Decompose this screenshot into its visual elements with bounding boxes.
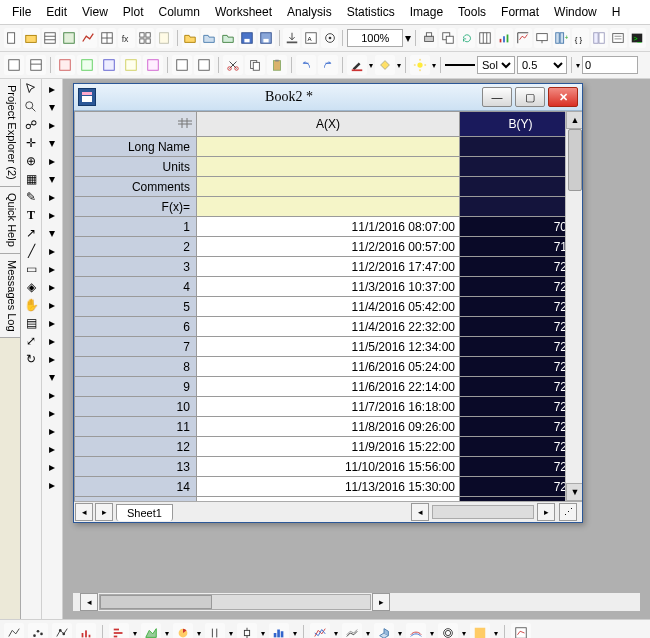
corner-cell[interactable] <box>75 112 197 137</box>
cell-a[interactable]: 11/4/2016 22:32:00 <box>196 317 459 337</box>
wks-a3[interactable] <box>99 55 119 75</box>
row-header[interactable]: 1 <box>75 217 197 237</box>
3d-surface-button[interactable] <box>406 623 426 638</box>
waterfall-plot-button[interactable] <box>342 623 362 638</box>
tool-c23[interactable]: ▸ <box>44 477 60 493</box>
menu-image[interactable]: Image <box>404 3 449 21</box>
row-header[interactable]: 5 <box>75 297 197 317</box>
cell-a[interactable]: 11/10/2016 15:56:00 <box>196 457 459 477</box>
cut-button[interactable] <box>223 55 243 75</box>
stock-plot-dropdown[interactable]: ▾ <box>229 629 233 638</box>
light-dropdown[interactable]: ▾ <box>432 61 436 70</box>
tab-nav-next[interactable]: ▸ <box>95 503 113 521</box>
copy-button[interactable] <box>245 55 265 75</box>
row-header[interactable]: 12 <box>75 437 197 457</box>
cell-b[interactable]: 72.3 <box>460 377 582 397</box>
maximize-button[interactable]: ▢ <box>515 87 545 107</box>
slide-show-button[interactable] <box>534 28 551 48</box>
bar-plot-dropdown[interactable]: ▾ <box>133 629 137 638</box>
tool-c8[interactable]: ▸ <box>44 207 60 223</box>
waterfall-dropdown[interactable]: ▾ <box>366 629 370 638</box>
line-color-dropdown[interactable]: ▾ <box>369 61 373 70</box>
cell-a[interactable]: 11/4/2016 05:42:00 <box>196 297 459 317</box>
menu-file[interactable]: File <box>6 3 37 21</box>
meta-cell-a[interactable] <box>196 177 459 197</box>
minimize-button[interactable]: — <box>482 87 512 107</box>
unit-dropdown[interactable]: ▾ <box>576 61 580 70</box>
wks-b1[interactable] <box>172 55 192 75</box>
mask-tool[interactable]: ▦ <box>23 171 39 187</box>
close-button[interactable]: ✕ <box>548 87 578 107</box>
cell-b[interactable]: 75.5 <box>460 497 582 502</box>
column-header-a[interactable]: A(X) <box>196 112 459 137</box>
zoom-dropdown-icon[interactable]: ▾ <box>405 31 411 45</box>
matrix-dropdown[interactable]: ▾ <box>494 629 498 638</box>
row-header[interactable]: 11 <box>75 417 197 437</box>
tool-c10[interactable]: ▸ <box>44 243 60 259</box>
wks-a5[interactable] <box>143 55 163 75</box>
open-excel-button[interactable] <box>220 28 237 48</box>
meta-cell-a[interactable] <box>196 157 459 177</box>
menu-format[interactable]: Format <box>495 3 545 21</box>
pointer-tool[interactable] <box>23 81 39 97</box>
row-header[interactable]: 13 <box>75 457 197 477</box>
cell-b[interactable]: 72.3 <box>460 397 582 417</box>
fill-color-dropdown[interactable]: ▾ <box>397 61 401 70</box>
wks-new-button[interactable] <box>4 55 24 75</box>
light-button[interactable] <box>410 55 430 75</box>
multi-y-dropdown[interactable]: ▾ <box>334 629 338 638</box>
zoom-in-tool[interactable] <box>23 99 39 115</box>
cell-b[interactable]: 72.3 <box>460 297 582 317</box>
explorer-button[interactable] <box>591 28 608 48</box>
refresh-button[interactable] <box>458 28 475 48</box>
rotate-tool[interactable]: ↻ <box>23 351 39 367</box>
cell-a[interactable]: 11/14/2016 08:20:00 <box>196 497 459 502</box>
scroll-thumb[interactable] <box>568 129 582 191</box>
duplicate-button[interactable] <box>439 28 456 48</box>
contour-plot-button[interactable] <box>438 623 458 638</box>
cell-b[interactable]: 72.3 <box>460 357 582 377</box>
wks-open-button[interactable] <box>26 55 46 75</box>
meta-row-header[interactable]: Long Name <box>75 137 197 157</box>
row-header[interactable]: 15 <box>75 497 197 502</box>
tool-c14[interactable]: ▸ <box>44 315 60 331</box>
cell-a[interactable]: 11/2/2016 00:57:00 <box>196 237 459 257</box>
3d-plot-button[interactable] <box>374 623 394 638</box>
tool-c1[interactable]: ▸ <box>44 81 60 97</box>
multi-y-plot-button[interactable] <box>310 623 330 638</box>
redo-button[interactable] <box>318 55 338 75</box>
new-matrix-button[interactable] <box>99 28 116 48</box>
row-header[interactable]: 3 <box>75 257 197 277</box>
tool-c2[interactable]: ▾ <box>44 99 60 115</box>
worksheet-grid[interactable]: A(X) B(Y) Long NameUnitsCommentsF(x)=111… <box>74 111 582 501</box>
line-symbol-plot-button[interactable] <box>52 623 72 638</box>
cell-a[interactable]: 11/6/2016 22:14:00 <box>196 377 459 397</box>
import-wizard-button[interactable] <box>283 28 300 48</box>
line-plot-button[interactable] <box>4 623 24 638</box>
new-workbook-button[interactable] <box>42 28 59 48</box>
row-header[interactable]: 8 <box>75 357 197 377</box>
menu-help[interactable]: H <box>606 3 627 21</box>
meta-cell-a[interactable] <box>196 137 459 157</box>
new-layout-button[interactable] <box>137 28 154 48</box>
tool-c16[interactable]: ▸ <box>44 351 60 367</box>
new-notes-button[interactable] <box>156 28 173 48</box>
box-plot-dropdown[interactable]: ▾ <box>261 629 265 638</box>
draw-data-tool[interactable]: ✎ <box>23 189 39 205</box>
new-project-button[interactable] <box>4 28 21 48</box>
vertical-scrollbar[interactable]: ▲ ▼ <box>565 111 582 501</box>
text-tool[interactable]: T <box>23 207 39 223</box>
tool-c22[interactable]: ▸ <box>44 459 60 475</box>
cell-a[interactable]: 11/7/2016 16:18:00 <box>196 397 459 417</box>
menu-worksheet[interactable]: Worksheet <box>209 3 278 21</box>
meta-row-header[interactable]: Units <box>75 157 197 177</box>
pie-plot-dropdown[interactable]: ▾ <box>197 629 201 638</box>
tool-c12[interactable]: ▸ <box>44 279 60 295</box>
box-plot-button[interactable] <box>237 623 257 638</box>
cell-b[interactable]: 72.3 <box>460 317 582 337</box>
3d-surface-dropdown[interactable]: ▾ <box>430 629 434 638</box>
undo-button[interactable] <box>296 55 316 75</box>
tool-c5[interactable]: ▸ <box>44 153 60 169</box>
new-function-button[interactable]: fx <box>118 28 135 48</box>
row-header[interactable]: 6 <box>75 317 197 337</box>
